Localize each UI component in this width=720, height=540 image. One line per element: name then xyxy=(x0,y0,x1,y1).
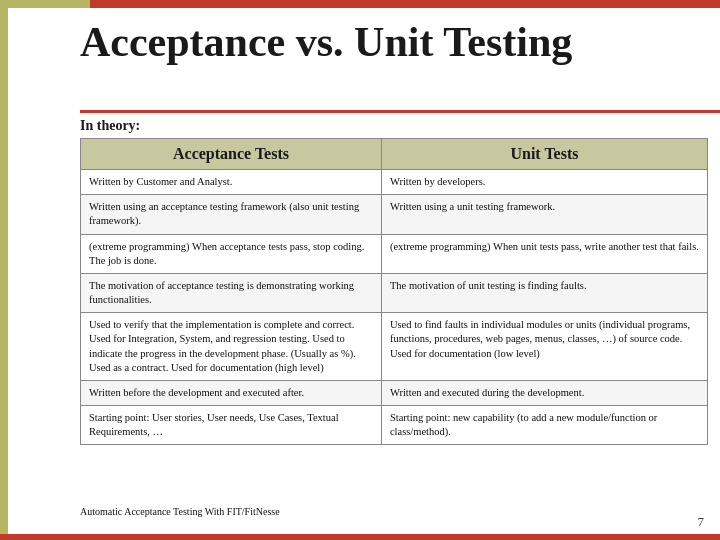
cell-left: (extreme programming) When acceptance te… xyxy=(81,234,382,273)
table-row: Starting point: User stories, User needs… xyxy=(81,406,708,445)
cell-left: The motivation of acceptance testing is … xyxy=(81,273,382,312)
table-row: The motivation of acceptance testing is … xyxy=(81,273,708,312)
title-area: Acceptance vs. Unit Testing xyxy=(80,18,700,66)
bottom-bar-red xyxy=(0,534,720,540)
table-row: Written using an acceptance testing fram… xyxy=(81,195,708,234)
top-bar-olive xyxy=(0,0,90,8)
cell-left: Starting point: User stories, User needs… xyxy=(81,406,382,445)
top-bar-red xyxy=(90,0,720,8)
cell-right: (extreme programming) When unit tests pa… xyxy=(381,234,707,273)
bottom-text: Automatic Acceptance Testing With FIT/Fi… xyxy=(80,505,680,518)
cell-right: The motivation of unit testing is findin… xyxy=(381,273,707,312)
slide-title: Acceptance vs. Unit Testing xyxy=(80,18,700,66)
header-unit: Unit Tests xyxy=(381,139,707,170)
page-number: 7 xyxy=(698,514,705,530)
table-row: Written before the development and execu… xyxy=(81,380,708,405)
cell-right: Written and executed during the developm… xyxy=(381,380,707,405)
cell-right: Starting point: new capability (to add a… xyxy=(381,406,707,445)
cell-left: Used to verify that the implementation i… xyxy=(81,313,382,381)
slide: Acceptance vs. Unit Testing In theory: A… xyxy=(0,0,720,540)
title-rule xyxy=(80,110,720,113)
header-acceptance: Acceptance Tests xyxy=(81,139,382,170)
table-row: Written by Customer and Analyst.Written … xyxy=(81,170,708,195)
cell-right: Written using a unit testing framework. xyxy=(381,195,707,234)
cell-left: Written using an acceptance testing fram… xyxy=(81,195,382,234)
top-bars xyxy=(0,0,720,8)
table-row: Used to verify that the implementation i… xyxy=(81,313,708,381)
cell-left: Written before the development and execu… xyxy=(81,380,382,405)
subtitle-label: In theory: xyxy=(80,118,140,134)
cell-left: Written by Customer and Analyst. xyxy=(81,170,382,195)
cell-right: Used to find faults in individual module… xyxy=(381,313,707,381)
left-accent-bar xyxy=(0,0,8,540)
cell-right: Written by developers. xyxy=(381,170,707,195)
table-row: (extreme programming) When acceptance te… xyxy=(81,234,708,273)
comparison-table: Acceptance Tests Unit Tests Written by C… xyxy=(80,138,708,445)
